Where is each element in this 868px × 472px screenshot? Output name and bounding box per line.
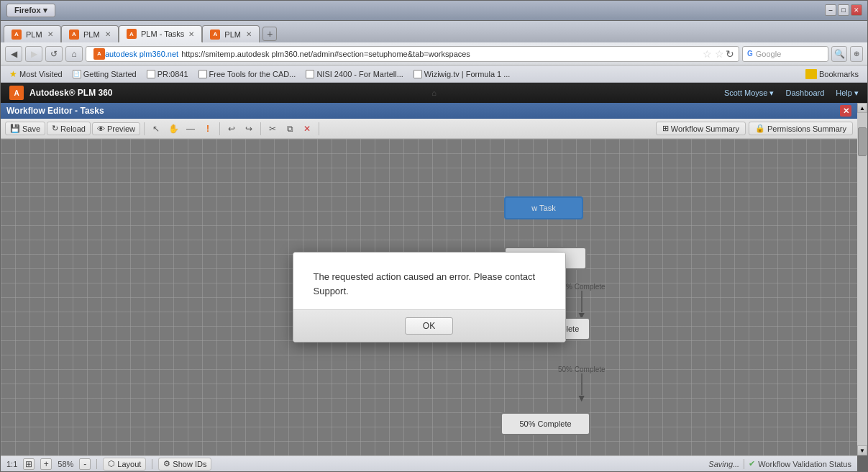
connection-tool[interactable]: — [183, 121, 198, 137]
app-logo-text: Autodesk® PLM 360 [29, 88, 113, 98]
right-scrollbar[interactable]: ▲ ▼ [857, 103, 867, 455]
tab-close-1[interactable]: ✕ [47, 30, 53, 38]
tab-4[interactable]: A PLM ✕ [202, 25, 260, 42]
maximize-button[interactable]: □ [838, 4, 849, 16]
status-right: Saving... ✔ Workflow Validation Status [708, 459, 851, 469]
undo-button[interactable]: ↩ [224, 121, 239, 137]
close-button[interactable]: ✕ [851, 4, 862, 16]
nav-domain: autodesk plm360.net [105, 50, 178, 58]
workflow-canvas[interactable]: w Task omplete 25% Complete ▼ [02] 25% C… [1, 139, 857, 455]
bookmark-getting-started[interactable]: 📄 Getting Started [68, 68, 141, 80]
bookmark-bookmarks-label: Bookmarks [819, 70, 859, 78]
dashboard-link[interactable]: Dashboard [785, 88, 824, 97]
zoom-out-button[interactable]: - [79, 458, 91, 470]
error-message: The requested action caused an error. Pl… [314, 270, 545, 298]
layout-icon: ⬡ [108, 459, 115, 468]
workflow-summary-button[interactable]: ⊞ Workflow Summary [656, 122, 746, 135]
workflow-toolbar: 💾 Save ↻ Reload 👁 Preview ↖ ✋ — ! ↩ ↪ [1, 119, 857, 139]
permissions-icon: 🔒 [755, 124, 765, 133]
nav-refresh-icon[interactable]: ↻ [726, 48, 734, 60]
scroll-down-button[interactable]: ▼ [857, 445, 867, 455]
tab-label-3: PLM - Tasks [141, 30, 184, 38]
pan-tool[interactable]: ✋ [165, 121, 181, 137]
show-ids-icon: ⚙ [163, 459, 170, 468]
app-header: A Autodesk® PLM 360 ⌂ Scott Moyse ▾ Dash… [1, 83, 867, 103]
bookmark-free-tools-label: Free Tools for the CAD... [209, 70, 296, 78]
new-tab-button[interactable]: + [262, 27, 277, 41]
workflow-titlebar: Workflow Editor - Tasks ✕ [1, 103, 857, 119]
redo-button[interactable]: ↪ [241, 121, 257, 137]
bookmark-getting-started-label: Getting Started [83, 70, 137, 78]
tab-icon-3: A [127, 29, 137, 39]
home-button[interactable]: ⌂ [65, 46, 83, 62]
bookmark-most-visited-label: Most Visited [19, 70, 63, 78]
tab-3-active[interactable]: A PLM - Tasks ✕ [119, 25, 202, 42]
bookmark-free-tools[interactable]: Free Tools for the CAD... [194, 68, 301, 80]
nav-bar: ◀ ▶ ↺ ⌂ A autodesk plm360.net https://sm… [1, 42, 867, 65]
scroll-thumb[interactable] [858, 127, 867, 156]
scroll-up-button[interactable]: ▲ [857, 103, 867, 113]
modal-ok-button[interactable]: OK [405, 317, 453, 335]
tab-icon-1: A [12, 30, 22, 40]
tab-2[interactable]: A PLM ✕ [61, 25, 119, 42]
save-button[interactable]: 💾 Save [5, 122, 45, 135]
most-visited-icon: ★ [9, 69, 17, 79]
toolbar-separator-1 [144, 122, 145, 135]
reload-icon: ↻ [52, 124, 58, 133]
nav-extra-button[interactable]: ⊕ [850, 46, 863, 62]
pr0841-icon [147, 70, 155, 78]
modal-overlay: The requested action caused an error. Pl… [1, 139, 857, 455]
bookmark-wiziwig[interactable]: Wiziwig.tv | Formula 1 ... [409, 68, 515, 80]
firefox-menu-button[interactable]: Firefox ▾ [6, 4, 55, 17]
search-button[interactable]: 🔍 [831, 46, 847, 62]
validation-status: ✔ Workflow Validation Status [749, 459, 851, 468]
bookmark-most-visited[interactable]: ★ Most Visited [5, 68, 67, 81]
google-search-box[interactable]: G Google [742, 46, 828, 62]
select-tool[interactable]: ↖ [148, 121, 164, 137]
save-icon: 💾 [10, 124, 20, 133]
permissions-summary-button[interactable]: 🔒 Permissions Summary [749, 122, 853, 135]
app-content: Workflow Editor - Tasks ✕ 💾 Save ↻ Reloa… [1, 103, 867, 471]
bookmark-pr0841[interactable]: PR:0841 [142, 68, 193, 80]
add-state-tool[interactable]: ! [200, 121, 216, 137]
minimize-button[interactable]: – [825, 4, 836, 16]
show-ids-button[interactable]: ⚙ Show IDs [158, 458, 211, 471]
bookmark-nisi[interactable]: NISI 2400 - For Martell... [301, 68, 407, 80]
help-link[interactable]: Help ▾ [836, 88, 859, 98]
delete-button[interactable]: ✕ [299, 121, 315, 137]
preview-button[interactable]: 👁 Preview [92, 122, 140, 135]
tab-icon-4: A [210, 30, 220, 40]
tab-label-2: PLM [83, 30, 100, 39]
tab-close-4[interactable]: ✕ [246, 30, 252, 38]
workflow-summary-icon: ⊞ [662, 124, 669, 133]
scroll-track [857, 113, 867, 445]
show-ids-label: Show IDs [173, 460, 206, 468]
preview-label: Preview [107, 124, 135, 133]
zoom-in-button[interactable]: + [40, 458, 52, 470]
reload-button[interactable]: ↺ [45, 46, 63, 62]
url-bar[interactable]: A autodesk plm360.net https://smitemp.au… [86, 46, 739, 62]
bookmark-bookmarks-folder[interactable]: Bookmarks [801, 68, 863, 81]
fit-page-button[interactable]: ⊞ [23, 458, 35, 470]
forward-button[interactable]: ▶ [25, 46, 42, 62]
workflow-panel: Workflow Editor - Tasks ✕ 💾 Save ↻ Reloa… [1, 103, 857, 471]
reload-button[interactable]: ↻ Reload [47, 122, 91, 135]
google-placeholder: Google [756, 50, 781, 58]
workflow-close-button[interactable]: ✕ [840, 105, 851, 117]
user-menu[interactable]: Scott Moyse ▾ [724, 88, 775, 98]
layout-button[interactable]: ⬡ Layout [103, 458, 146, 471]
tab-close-2[interactable]: ✕ [105, 30, 111, 38]
bookmarks-folder-icon [805, 69, 817, 79]
bookmark-star-icon[interactable]: ☆ [703, 48, 712, 60]
tab-close-3[interactable]: ✕ [188, 30, 194, 38]
nav-home-link: ⌂ [431, 88, 437, 97]
bookmark-nisi-label: NISI 2400 - For Martell... [316, 70, 403, 78]
bookmark-star2-icon[interactable]: ☆ [715, 48, 724, 60]
cut-button[interactable]: ✂ [265, 121, 280, 137]
tab-1[interactable]: A PLM ✕ [4, 25, 61, 42]
copy-button[interactable]: ⧉ [282, 121, 298, 137]
tab-label-4: PLM [224, 30, 241, 39]
back-button[interactable]: ◀ [5, 46, 22, 62]
nav-url: https://smitemp.autodesk plm360.net/admi… [181, 50, 470, 58]
status-sep-1 [96, 459, 97, 469]
